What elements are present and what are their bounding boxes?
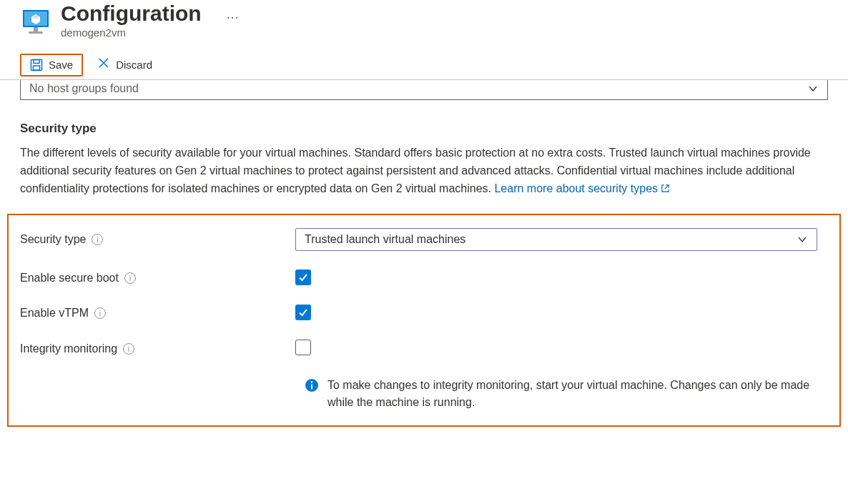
- page-subtitle: demogen2vm: [61, 26, 202, 39]
- save-icon: [30, 59, 43, 71]
- security-type-heading: Security type: [20, 122, 828, 136]
- chevron-down-icon: [797, 234, 808, 245]
- integrity-monitoring-note: To make changes to integrity monitoring,…: [327, 377, 819, 411]
- integrity-monitoring-checkbox[interactable]: [295, 340, 311, 355]
- security-type-select[interactable]: Trusted launch virtual machines: [295, 228, 817, 251]
- vm-icon: [21, 7, 50, 36]
- svg-rect-7: [34, 59, 39, 63]
- svg-rect-13: [311, 385, 312, 390]
- info-icon[interactable]: i: [94, 307, 106, 319]
- secure-boot-checkbox[interactable]: [295, 270, 311, 285]
- info-icon[interactable]: i: [123, 343, 134, 355]
- chevron-down-icon: [807, 83, 819, 94]
- host-group-dropdown[interactable]: No host groups found: [20, 80, 828, 100]
- save-button-label: Save: [49, 59, 73, 71]
- svg-point-14: [311, 382, 313, 384]
- learn-more-link[interactable]: Learn more about security types: [494, 182, 670, 194]
- page-title: Configuration: [61, 1, 202, 25]
- info-icon[interactable]: i: [124, 272, 136, 284]
- svg-line-11: [665, 184, 669, 189]
- secure-boot-label: Enable secure boot: [20, 272, 119, 285]
- info-solid-icon: [305, 378, 319, 392]
- discard-button[interactable]: Discard: [89, 53, 161, 76]
- save-button[interactable]: Save: [21, 55, 82, 75]
- info-icon[interactable]: i: [92, 234, 103, 245]
- security-type-description: The different levels of security availab…: [20, 144, 821, 198]
- integrity-monitoring-label: Integrity monitoring: [20, 342, 117, 355]
- svg-rect-8: [34, 66, 40, 70]
- discard-button-label: Discard: [116, 59, 152, 71]
- security-type-select-value: Trusted launch virtual machines: [305, 233, 465, 246]
- more-actions-button[interactable]: ···: [227, 10, 240, 25]
- external-link-icon: [661, 181, 670, 199]
- svg-rect-5: [29, 31, 43, 34]
- vtpm-label: Enable vTPM: [20, 307, 89, 320]
- vtpm-checkbox[interactable]: [295, 305, 311, 320]
- security-type-label: Security type: [20, 233, 86, 246]
- security-settings-panel: Security type i Trusted launch virtual m…: [7, 214, 841, 427]
- host-group-value: No host groups found: [29, 82, 139, 95]
- svg-rect-4: [34, 27, 38, 31]
- close-icon: [97, 56, 110, 73]
